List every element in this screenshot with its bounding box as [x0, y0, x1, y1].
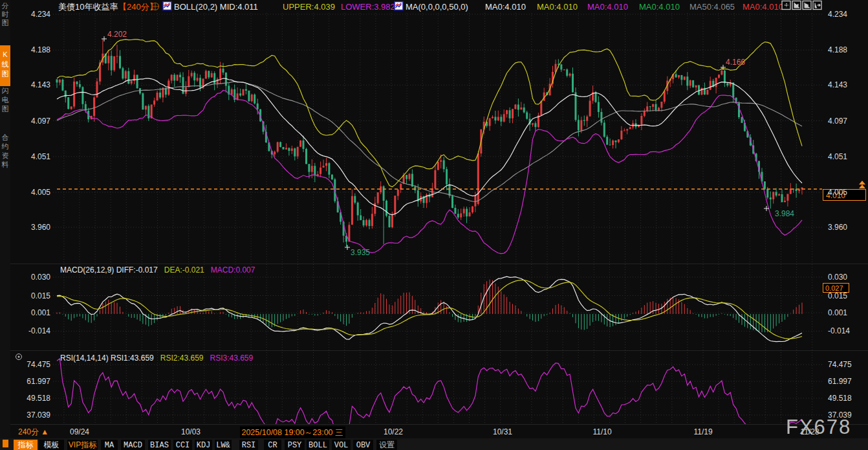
svg-text:MA50:4.065: MA50:4.065: [689, 2, 735, 12]
svg-text:4.051: 4.051: [31, 152, 50, 161]
svg-text:分: 分: [2, 2, 9, 10]
svg-text:49.518: 49.518: [27, 394, 50, 403]
svg-text:-0.014: -0.014: [28, 326, 50, 335]
svg-text:3.984: 3.984: [775, 209, 794, 218]
svg-text:3.935: 3.935: [351, 248, 370, 257]
svg-text:指标: 指标: [17, 440, 34, 449]
svg-text:4.097: 4.097: [828, 117, 847, 126]
svg-text:LOWER:3.982: LOWER:3.982: [341, 2, 395, 12]
svg-text:料: 料: [1, 161, 9, 168]
svg-text:4.202: 4.202: [107, 30, 127, 39]
svg-text:10/31: 10/31: [493, 427, 512, 436]
svg-text:10/03: 10/03: [181, 427, 201, 436]
svg-text:0.001: 0.001: [828, 308, 847, 317]
svg-text:BIAS: BIAS: [150, 441, 169, 450]
svg-text:11/19: 11/19: [693, 427, 712, 436]
svg-text:4.097: 4.097: [31, 117, 50, 126]
svg-text:电: 电: [2, 96, 9, 104]
svg-text:11/10: 11/10: [592, 427, 611, 436]
svg-text:K: K: [3, 51, 8, 58]
svg-text:图: 图: [2, 70, 9, 78]
svg-text:VIP指标: VIP指标: [69, 440, 97, 449]
svg-text:4.166: 4.166: [726, 58, 745, 67]
svg-text:MA0:4.010: MA0:4.010: [485, 2, 526, 12]
svg-text:74.475: 74.475: [828, 360, 852, 369]
svg-text:约: 约: [1, 142, 9, 150]
svg-text:模板: 模板: [44, 440, 60, 449]
svg-text:4.051: 4.051: [828, 152, 847, 161]
svg-text:2025/10/08 19:00～23:00 三: 2025/10/08 19:00～23:00 三: [241, 428, 343, 437]
svg-text:240分 ▲: 240分 ▲: [18, 427, 49, 436]
svg-text:PSY: PSY: [288, 441, 302, 450]
svg-text:FX678: FX678: [786, 416, 851, 438]
svg-text:图: 图: [2, 19, 9, 27]
svg-text:KDJ: KDJ: [197, 441, 211, 450]
svg-text:4.005: 4.005: [31, 188, 50, 197]
svg-text:资: 资: [2, 152, 9, 159]
svg-text:OBV: OBV: [356, 441, 371, 450]
svg-text:UPPER:4.039: UPPER:4.039: [283, 2, 335, 12]
svg-text:61.997: 61.997: [828, 377, 852, 386]
svg-text:MA0:4.010: MA0:4.010: [537, 2, 578, 12]
svg-text:3.960: 3.960: [828, 223, 847, 232]
svg-text:0.015: 0.015: [828, 291, 847, 300]
svg-text:LW&: LW&: [216, 441, 230, 450]
svg-text:37.039: 37.039: [27, 411, 50, 420]
svg-text:4.005: 4.005: [828, 188, 847, 197]
svg-text:4.143: 4.143: [31, 80, 50, 89]
svg-text:4.143: 4.143: [828, 80, 847, 89]
svg-text:MA(0,0,0,0,50,0): MA(0,0,0,0,50,0): [406, 2, 468, 12]
svg-text:RSI: RSI: [242, 441, 256, 450]
svg-text:4.188: 4.188: [31, 45, 50, 54]
svg-text:3.960: 3.960: [31, 223, 50, 232]
svg-text:61.997: 61.997: [27, 377, 50, 386]
svg-text:BOLL(20,2) MID:4.011: BOLL(20,2) MID:4.011: [174, 2, 258, 12]
svg-text:设置: 设置: [379, 440, 395, 449]
svg-text:4.234: 4.234: [31, 10, 50, 19]
svg-text:10/22: 10/22: [384, 427, 403, 436]
svg-text:CR: CR: [268, 441, 277, 450]
svg-text:MA0:4.010: MA0:4.010: [587, 2, 628, 12]
svg-text:闪: 闪: [2, 87, 9, 95]
svg-text:0.015: 0.015: [31, 291, 50, 300]
svg-text:线: 线: [2, 60, 9, 68]
svg-text:CCI: CCI: [176, 441, 190, 450]
svg-text:0.030: 0.030: [828, 273, 847, 282]
svg-text:49.518: 49.518: [828, 394, 852, 403]
svg-text:美债10年收益率: 美债10年收益率: [58, 2, 118, 12]
svg-text:4.234: 4.234: [828, 10, 847, 19]
svg-text:09/24: 09/24: [70, 427, 89, 436]
svg-text:BOLL: BOLL: [309, 441, 327, 450]
svg-text:4.188: 4.188: [828, 45, 847, 54]
svg-text:MA: MA: [105, 441, 114, 450]
svg-text:MA0:4.010: MA0:4.010: [743, 2, 783, 12]
svg-text:MACD: MACD: [124, 441, 142, 450]
svg-text:VOL: VOL: [334, 441, 349, 450]
svg-text:0.001: 0.001: [31, 308, 50, 317]
svg-text:74.475: 74.475: [27, 360, 50, 369]
svg-text:-0.014: -0.014: [828, 326, 850, 335]
svg-text:时: 时: [2, 10, 9, 18]
svg-text:0.030: 0.030: [31, 273, 50, 282]
svg-text:合: 合: [2, 133, 9, 141]
svg-text:MA0:4.010: MA0:4.010: [639, 2, 680, 12]
svg-text:图: 图: [2, 105, 9, 113]
